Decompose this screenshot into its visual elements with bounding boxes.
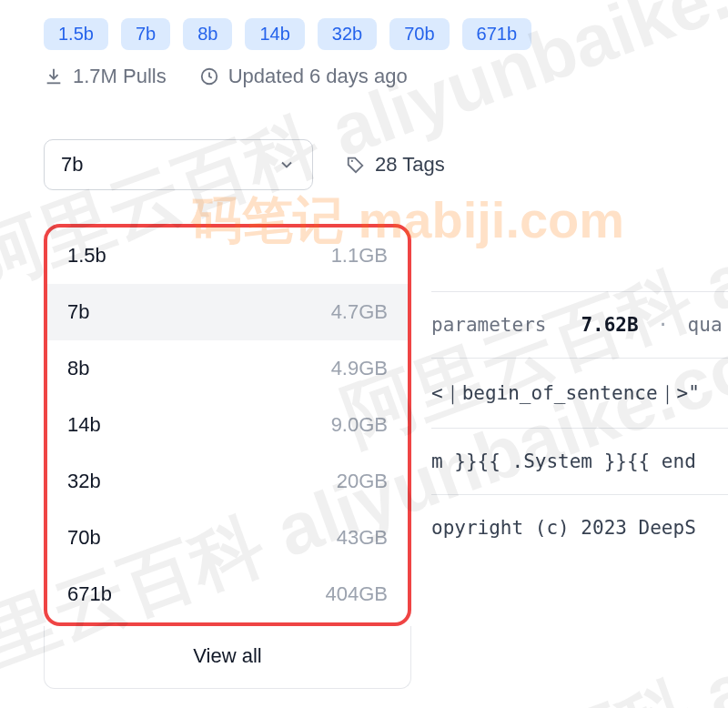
- size-chip[interactable]: 70b: [389, 18, 449, 50]
- tag-option[interactable]: 32b 20GB: [47, 453, 408, 510]
- tag-option[interactable]: 70b 43GB: [47, 510, 408, 566]
- tag-option-size: 43GB: [337, 526, 388, 550]
- pulls-text: 1.7M Pulls: [73, 65, 167, 88]
- tag-option-name: 14b: [67, 413, 101, 437]
- separator-dot: ·: [650, 314, 676, 336]
- download-icon: [44, 66, 64, 86]
- tag-dropdown-list: 1.5b 1.1GB 7b 4.7GB 8b 4.9GB 14b 9.0GB 3…: [44, 224, 411, 626]
- info-tail: qua: [688, 314, 723, 336]
- tag-option-name: 32b: [67, 470, 101, 493]
- tag-option-size: 1.1GB: [331, 244, 388, 268]
- size-chip[interactable]: 671b: [462, 18, 532, 50]
- tags-link[interactable]: 28 Tags: [346, 153, 445, 177]
- tag-option-size: 9.0GB: [331, 413, 388, 437]
- info-copyright: opyright (c) 2023 DeepS: [431, 517, 696, 539]
- tag-option-name: 671b: [67, 582, 112, 606]
- tag-option-name: 8b: [67, 357, 89, 380]
- tag-icon: [346, 155, 366, 175]
- tags-count-label: 28 Tags: [375, 153, 445, 177]
- tag-option-name: 70b: [67, 526, 101, 550]
- tag-option-name: 7b: [67, 300, 89, 324]
- tag-option[interactable]: 7b 4.7GB: [47, 284, 408, 340]
- tag-option-size: 4.9GB: [331, 357, 388, 380]
- updated-text: Updated 6 days ago: [228, 65, 408, 88]
- clock-icon: [199, 66, 219, 86]
- info-row-system: m }}{{ .System }}{{ end: [431, 428, 728, 494]
- size-chip[interactable]: 8b: [183, 18, 232, 50]
- info-row-template: <｜begin_of_sentence｜>": [431, 358, 728, 428]
- size-chip[interactable]: 32b: [318, 18, 377, 50]
- tag-option-size: 20GB: [337, 470, 388, 493]
- info-row-license: opyright (c) 2023 DeepS: [431, 494, 728, 561]
- chevron-down-icon: [278, 156, 296, 174]
- model-info-panel: parameters 7.62B · qua <｜begin_of_senten…: [431, 291, 728, 561]
- updated-time: Updated 6 days ago: [199, 65, 408, 88]
- tag-select-value: 7b: [61, 153, 83, 177]
- tag-dropdown: 1.5b 1.1GB 7b 4.7GB 8b 4.9GB 14b 9.0GB 3…: [44, 224, 411, 689]
- info-system-line: m }}{{ .System }}{{ end: [431, 450, 696, 472]
- tag-option[interactable]: 14b 9.0GB: [47, 397, 408, 453]
- info-value-params: 7.62B: [581, 314, 638, 336]
- info-row-params: parameters 7.62B · qua: [431, 291, 728, 358]
- size-chip-row: 1.5b 7b 8b 14b 32b 70b 671b: [44, 18, 684, 50]
- tag-option[interactable]: 8b 4.9GB: [47, 340, 408, 397]
- size-chip[interactable]: 14b: [245, 18, 304, 50]
- tag-option-size: 4.7GB: [331, 300, 388, 324]
- tag-option[interactable]: 671b 404GB: [47, 566, 408, 622]
- pulls-count: 1.7M Pulls: [44, 65, 167, 88]
- size-chip[interactable]: 7b: [121, 18, 170, 50]
- tag-option-name: 1.5b: [67, 244, 106, 268]
- tag-select[interactable]: 7b: [44, 139, 313, 190]
- svg-point-1: [351, 160, 353, 162]
- tag-option[interactable]: 1.5b 1.1GB: [47, 228, 408, 284]
- view-all-button[interactable]: View all: [44, 626, 411, 689]
- info-template-head: <｜begin_of_sentence｜>": [431, 382, 700, 404]
- tag-option-size: 404GB: [326, 582, 389, 606]
- info-label: parameters: [431, 314, 546, 336]
- meta-row: 1.7M Pulls Updated 6 days ago: [44, 65, 684, 88]
- size-chip[interactable]: 1.5b: [44, 18, 108, 50]
